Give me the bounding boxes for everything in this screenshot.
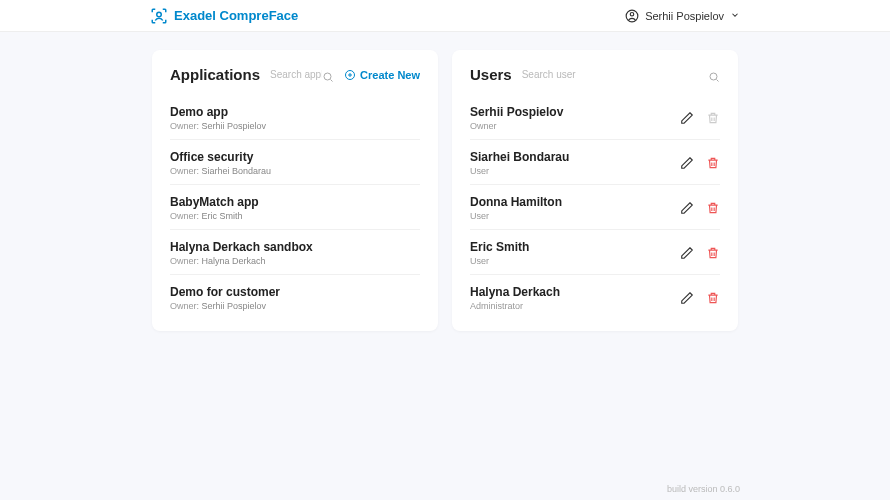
owner-name: Serhii Pospielov <box>202 121 267 131</box>
user-info: Donna Hamilton User <box>470 195 562 221</box>
owner-name: Eric Smith <box>202 211 243 221</box>
application-name: Demo app <box>170 105 266 119</box>
edit-icon[interactable] <box>680 111 694 125</box>
users-panel: Users Serhii Pospielov Owner Siarhei Bon… <box>452 50 738 331</box>
owner-name: Serhii Pospielov <box>202 301 267 311</box>
owner-label: Owner: <box>170 166 199 176</box>
edit-icon[interactable] <box>680 246 694 260</box>
application-owner: Owner: Serhii Pospielov <box>170 121 266 131</box>
user-role: User <box>470 166 569 176</box>
application-row[interactable]: Demo app Owner: Serhii Pospielov <box>170 95 420 140</box>
user-row: Siarhei Bondarau User <box>470 140 720 185</box>
applications-panel: Applications Create New Dem <box>152 50 438 331</box>
application-row[interactable]: BabyMatch app Owner: Eric Smith <box>170 185 420 230</box>
delete-icon <box>706 111 720 125</box>
user-actions <box>680 111 720 125</box>
owner-label: Owner: <box>170 301 199 311</box>
logo[interactable]: Exadel CompreFace <box>150 7 298 25</box>
edit-icon[interactable] <box>680 201 694 215</box>
user-name: Serhii Pospielov <box>645 10 724 22</box>
user-info: Siarhei Bondarau User <box>470 150 569 176</box>
application-owner: Owner: Siarhei Bondarau <box>170 166 271 176</box>
application-owner: Owner: Serhii Pospielov <box>170 301 280 311</box>
logo-icon <box>150 7 168 25</box>
owner-name: Siarhei Bondarau <box>202 166 272 176</box>
chevron-down-icon <box>730 10 740 22</box>
svg-point-2 <box>630 12 634 16</box>
owner-label: Owner: <box>170 256 199 266</box>
user-info: Halyna Derkach Administrator <box>470 285 560 311</box>
user-actions <box>680 291 720 305</box>
users-header: Users <box>470 66 720 83</box>
build-version: build version 0.6.0 <box>667 484 740 494</box>
application-row[interactable]: Office security Owner: Siarhei Bondarau <box>170 140 420 185</box>
user-name: Donna Hamilton <box>470 195 562 209</box>
user-menu[interactable]: Serhii Pospielov <box>625 9 740 23</box>
user-role: User <box>470 211 562 221</box>
users-search <box>522 67 720 82</box>
create-new-button[interactable]: Create New <box>344 69 420 81</box>
edit-icon[interactable] <box>680 156 694 170</box>
main-content: Applications Create New Dem <box>0 32 890 331</box>
plus-circle-icon <box>344 69 356 81</box>
application-name: BabyMatch app <box>170 195 259 209</box>
user-name: Eric Smith <box>470 240 529 254</box>
user-info: Eric Smith User <box>470 240 529 266</box>
application-info: Demo for customer Owner: Serhii Pospielo… <box>170 285 280 311</box>
svg-point-5 <box>710 73 717 80</box>
application-row[interactable]: Demo for customer Owner: Serhii Pospielo… <box>170 275 420 319</box>
application-owner: Owner: Eric Smith <box>170 211 259 221</box>
applications-title: Applications <box>170 66 260 83</box>
user-info: Serhii Pospielov Owner <box>470 105 563 131</box>
application-owner: Owner: Halyna Derkach <box>170 256 313 266</box>
delete-icon[interactable] <box>706 291 720 305</box>
user-name: Halyna Derkach <box>470 285 560 299</box>
app-header: Exadel CompreFace Serhii Pospielov <box>0 0 890 32</box>
owner-name: Halyna Derkach <box>202 256 266 266</box>
application-info: Office security Owner: Siarhei Bondarau <box>170 150 271 176</box>
user-avatar-icon <box>625 9 639 23</box>
application-info: Demo app Owner: Serhii Pospielov <box>170 105 266 131</box>
owner-label: Owner: <box>170 211 199 221</box>
application-row[interactable]: Halyna Derkach sandbox Owner: Halyna Der… <box>170 230 420 275</box>
user-role: Administrator <box>470 301 560 311</box>
search-icon <box>708 69 720 81</box>
user-role: User <box>470 256 529 266</box>
application-name: Halyna Derkach sandbox <box>170 240 313 254</box>
users-search-input[interactable] <box>522 67 708 82</box>
svg-point-0 <box>157 12 162 17</box>
user-name: Siarhei Bondarau <box>470 150 569 164</box>
applications-search <box>270 67 334 82</box>
user-row: Halyna Derkach Administrator <box>470 275 720 319</box>
delete-icon[interactable] <box>706 201 720 215</box>
applications-search-input[interactable] <box>270 67 322 82</box>
search-icon <box>322 69 334 81</box>
user-name: Serhii Pospielov <box>470 105 563 119</box>
application-info: Halyna Derkach sandbox Owner: Halyna Der… <box>170 240 313 266</box>
user-row: Donna Hamilton User <box>470 185 720 230</box>
applications-list: Demo app Owner: Serhii Pospielov Office … <box>170 95 420 319</box>
application-name: Demo for customer <box>170 285 280 299</box>
user-actions <box>680 156 720 170</box>
users-title: Users <box>470 66 512 83</box>
svg-point-3 <box>324 73 331 80</box>
application-info: BabyMatch app Owner: Eric Smith <box>170 195 259 221</box>
user-row: Serhii Pospielov Owner <box>470 95 720 140</box>
applications-header: Applications Create New <box>170 66 420 83</box>
delete-icon[interactable] <box>706 246 720 260</box>
delete-icon[interactable] <box>706 156 720 170</box>
owner-label: Owner: <box>170 121 199 131</box>
user-role: Owner <box>470 121 563 131</box>
logo-text: Exadel CompreFace <box>174 8 298 23</box>
user-actions <box>680 201 720 215</box>
user-row: Eric Smith User <box>470 230 720 275</box>
application-name: Office security <box>170 150 271 164</box>
users-list: Serhii Pospielov Owner Siarhei Bondarau … <box>470 95 720 319</box>
create-new-label: Create New <box>360 69 420 81</box>
edit-icon[interactable] <box>680 291 694 305</box>
user-actions <box>680 246 720 260</box>
